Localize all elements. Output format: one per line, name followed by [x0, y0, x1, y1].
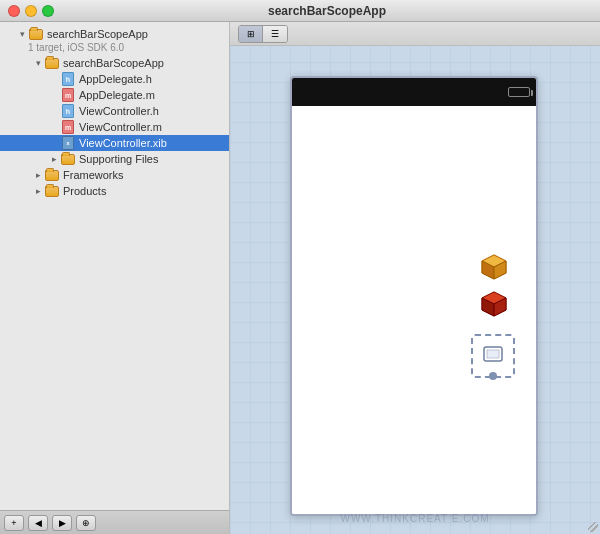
vc-proxy-icon[interactable] [471, 334, 515, 378]
tree-label-supporting: Supporting Files [79, 153, 159, 165]
toggle-frameworks[interactable] [32, 170, 44, 180]
maximize-button[interactable] [42, 5, 54, 17]
tree-item-appdelegate-m[interactable]: m AppDelegate.m [0, 87, 229, 103]
folder-icon-group [44, 56, 60, 70]
tree-subtitle: 1 target, iOS SDK 6.0 [0, 42, 229, 55]
view-mode-control[interactable]: ⊞ ☰ [238, 25, 288, 43]
file-icon-m2: m [60, 120, 76, 134]
toggle-products[interactable] [32, 186, 44, 196]
file-icon-h: h [60, 72, 76, 86]
tree-label-frameworks: Frameworks [63, 169, 124, 181]
svg-rect-9 [487, 350, 499, 358]
tree-item-products[interactable]: Products [0, 183, 229, 199]
add-file-button[interactable]: + [4, 515, 24, 531]
minimize-button[interactable] [25, 5, 37, 17]
canvas-view-button[interactable]: ⊞ [239, 26, 263, 42]
tree-label-vc-m: ViewController.m [79, 121, 162, 133]
title-bar: searchBarScopeApp [0, 0, 600, 22]
left-bottom-toolbar: + ◀ ▶ ⊕ [0, 510, 229, 534]
cube-red-icon[interactable] [478, 288, 510, 322]
tree-item-appdelegate-h[interactable]: h AppDelegate.h [0, 71, 229, 87]
nav-forward-button[interactable]: ▶ [52, 515, 72, 531]
tree-item-vc-xib[interactable]: x ViewController.xib [0, 135, 229, 151]
tree-label-appdelegate-m: AppDelegate.m [79, 89, 155, 101]
file-icon-m: m [60, 88, 76, 102]
tree-label-vc-h: ViewController.h [79, 105, 159, 117]
tree-item-vc-h[interactable]: h ViewController.h [0, 103, 229, 119]
tree-label-vc-xib: ViewController.xib [79, 137, 167, 149]
traffic-lights [8, 5, 54, 17]
nav-back-button[interactable]: ◀ [28, 515, 48, 531]
folder-icon-products [44, 184, 60, 198]
list-view-button[interactable]: ☰ [263, 26, 287, 42]
folder-icon-root [28, 27, 44, 41]
tree-item-vc-m[interactable]: m ViewController.m [0, 119, 229, 135]
tree-label-root: searchBarScopeApp [47, 28, 148, 40]
close-button[interactable] [8, 5, 20, 17]
view-controller-proxy[interactable] [471, 334, 515, 378]
filter-button[interactable]: ⊕ [76, 515, 96, 531]
main-area: searchBarScopeApp 1 target, iOS SDK 6.0 … [0, 22, 600, 534]
tree-label-products: Products [63, 185, 106, 197]
file-tree[interactable]: searchBarScopeApp 1 target, iOS SDK 6.0 … [0, 22, 229, 510]
tree-item-group[interactable]: searchBarScopeApp [0, 55, 229, 71]
folder-icon-frameworks [44, 168, 60, 182]
battery-icon [508, 87, 530, 97]
tree-label-group: searchBarScopeApp [63, 57, 164, 69]
tree-item-frameworks[interactable]: Frameworks [0, 167, 229, 183]
tree-item-root[interactable]: searchBarScopeApp [0, 26, 229, 42]
status-bar [292, 78, 536, 106]
tree-item-supporting[interactable]: Supporting Files [0, 151, 229, 167]
toggle-group[interactable] [32, 58, 44, 68]
window-title: searchBarScopeApp [62, 4, 592, 18]
toggle-supporting[interactable] [48, 154, 60, 164]
toggle-root[interactable] [16, 29, 28, 39]
file-icon-xib: x [60, 136, 76, 150]
left-panel: searchBarScopeApp 1 target, iOS SDK 6.0 … [0, 22, 230, 534]
watermark: WWW.THINKCREAT E.COM [340, 513, 489, 524]
ib-canvas[interactable] [230, 46, 600, 534]
folder-icon-supporting [60, 152, 76, 166]
ib-canvas-panel: ⊞ ☰ [230, 22, 600, 534]
cube-orange-icon[interactable] [478, 251, 510, 285]
resize-handle[interactable] [588, 522, 598, 532]
file-icon-h2: h [60, 104, 76, 118]
tree-label-appdelegate-h: AppDelegate.h [79, 73, 152, 85]
ib-top-bar: ⊞ ☰ [230, 22, 600, 46]
